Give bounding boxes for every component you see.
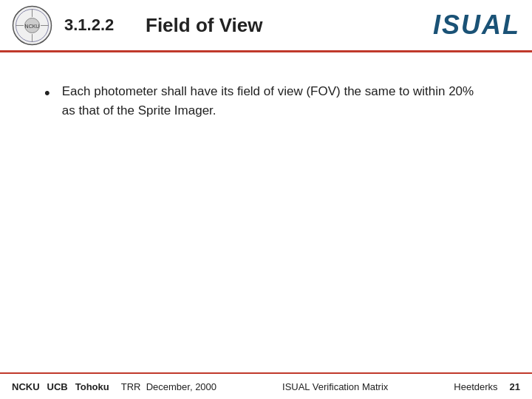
header: NCKU 3.1.2.2 Field of View ISUAL bbox=[0, 0, 532, 52]
footer-event: TRR bbox=[121, 381, 141, 392]
page-title: Field of View bbox=[146, 14, 433, 37]
bullet-text: Each photometer shall have its field of … bbox=[62, 82, 488, 120]
footer-date: December, 2000 bbox=[146, 381, 216, 392]
footer-document: ISUAL Verification Matrix bbox=[282, 381, 388, 392]
footer-orgs: NCKU UCB Tohoku bbox=[12, 381, 109, 392]
footer-author: Heetderks bbox=[454, 381, 497, 392]
bullet-item-1: • Each photometer shall have its field o… bbox=[44, 82, 488, 120]
footer-org3: Tohoku bbox=[75, 381, 109, 392]
bullet-dot: • bbox=[44, 83, 50, 103]
logo-left: NCKU bbox=[12, 5, 52, 46]
logo-right: ISUAL bbox=[433, 10, 520, 41]
section-number: 3.1.2.2 bbox=[64, 16, 131, 35]
main-content: • Each photometer shall have its field o… bbox=[0, 52, 532, 146]
footer-event-date: TRR December, 2000 bbox=[121, 381, 216, 392]
footer-org2: UCB bbox=[47, 381, 68, 392]
footer-org1: NCKU bbox=[12, 381, 40, 392]
svg-text:NCKU: NCKU bbox=[25, 24, 40, 29]
footer-page: 21 bbox=[510, 381, 520, 392]
footer: NCKU UCB Tohoku TRR December, 2000 ISUAL… bbox=[0, 372, 532, 399]
